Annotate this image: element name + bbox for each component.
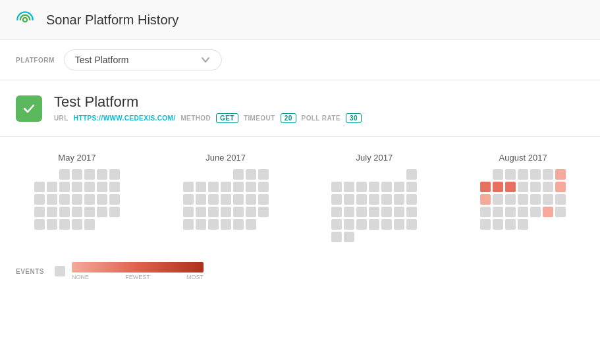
calendar-day-cell <box>530 182 541 192</box>
method-badge: GET <box>216 113 238 123</box>
calendar-day-cell <box>543 194 553 205</box>
calendar-day-cell <box>543 169 553 180</box>
calendar-day-cell <box>356 169 367 180</box>
calendar-day-cell <box>493 169 503 180</box>
calendar-day-cell <box>530 194 541 205</box>
calendar-day-cell <box>208 207 219 217</box>
calendar-day-cell <box>97 182 107 192</box>
calendar-day-cell <box>34 182 45 192</box>
calendar-day-cell <box>394 169 404 180</box>
calendar-day-cell <box>246 219 256 230</box>
calendar-day-cell <box>59 194 70 205</box>
platform-info-section: Test Platform URL HTTPS://WWW.CEDEXIS.CO… <box>0 80 600 137</box>
app-header: Sonar Platform History <box>0 0 600 40</box>
legend-section: EVENTS NONE FEWEST MOST <box>0 255 600 296</box>
calendar-day-cell <box>208 219 219 230</box>
calendar-day-cell <box>394 232 404 242</box>
calendar-day-cell <box>480 194 491 205</box>
calendar-day-cell <box>97 207 107 217</box>
calendar-day-cell <box>84 207 95 217</box>
calendar-day-cell <box>493 207 503 217</box>
timeout-badge: 20 <box>281 113 296 123</box>
calendar-day-cell <box>258 169 269 180</box>
platform-details: Test Platform URL HTTPS://WWW.CEDEXIS.CO… <box>54 93 362 123</box>
calendar-day-cell <box>109 219 120 230</box>
calendar-day-cell <box>369 194 379 205</box>
calendar-day-cell <box>356 182 367 192</box>
calendar-day-cell <box>246 207 256 217</box>
calendar-day-cell <box>196 207 206 217</box>
calendar-day-cell <box>109 182 120 192</box>
calendar-day-cell <box>406 182 417 192</box>
calendar-day-cell <box>196 194 206 205</box>
calendar-june-2017: June 2017 <box>165 153 287 242</box>
calendar-day-cell <box>344 232 354 242</box>
calendar-day-cell <box>109 207 120 217</box>
checkmark-icon <box>22 101 36 116</box>
calendar-day-cell <box>505 182 516 192</box>
calendar-day-cell <box>518 182 528 192</box>
calendar-day-cell <box>258 207 269 217</box>
calendar-day-cell <box>233 207 244 217</box>
calendar-day-cell <box>34 169 45 180</box>
calendar-month-label: May 2017 <box>16 153 138 163</box>
calendar-day-cell <box>72 194 82 205</box>
calendar-day-cell <box>493 182 503 192</box>
calendar-day-cell <box>221 169 231 180</box>
calendar-day-cell <box>555 169 566 180</box>
calendar-day-cell <box>518 219 528 230</box>
calendar-day-cell <box>331 182 342 192</box>
calendar-day-cell <box>196 182 206 192</box>
calendar-day-cell <box>47 207 57 217</box>
calendar-day-cell <box>97 169 107 180</box>
calendar-day-cell <box>406 207 417 217</box>
calendar-day-cell <box>183 182 194 192</box>
calendar-day-cell <box>59 207 70 217</box>
calendar-day-cell <box>84 182 95 192</box>
calendar-day-cell <box>381 194 392 205</box>
sonar-logo-icon <box>13 8 37 32</box>
calendar-day-cell <box>47 219 57 230</box>
legend-gradient-bar <box>72 262 204 273</box>
calendar-day-cell <box>258 219 269 230</box>
calendar-day-cell <box>233 169 244 180</box>
platform-url[interactable]: HTTPS://WWW.CEDEXIS.COM/ <box>74 115 176 122</box>
calendar-day-cell <box>356 232 367 242</box>
calendar-grid <box>165 169 287 230</box>
calendar-day-cell <box>369 207 379 217</box>
calendar-grid <box>314 169 436 242</box>
calendar-day-cell <box>505 219 516 230</box>
calendar-day-cell <box>555 194 566 205</box>
calendar-day-cell <box>356 207 367 217</box>
calendar-day-cell <box>208 169 219 180</box>
platform-dropdown[interactable]: Test Platform <box>64 49 222 70</box>
calendar-day-cell <box>369 232 379 242</box>
calendar-day-cell <box>183 219 194 230</box>
calendar-day-cell <box>505 194 516 205</box>
calendar-grid <box>16 169 138 230</box>
legend-gradient-stack: NONE FEWEST MOST <box>72 262 204 280</box>
platform-select-text: Test Platform <box>75 55 129 65</box>
calendar-day-cell <box>543 207 553 217</box>
calendar-day-cell <box>47 169 57 180</box>
calendar-day-cell <box>394 207 404 217</box>
calendar-day-cell <box>84 169 95 180</box>
legend-gradient-row <box>72 262 204 273</box>
platform-label: PLATFORM <box>16 57 55 64</box>
calendar-day-cell <box>246 169 256 180</box>
calendar-month-label: August 2017 <box>462 153 584 163</box>
calendar-day-cell <box>59 219 70 230</box>
calendars-grid: May 2017June 2017July 2017August 2017 <box>16 153 584 242</box>
calendar-day-cell <box>555 182 566 192</box>
calendar-day-cell <box>233 219 244 230</box>
calendar-day-cell <box>369 219 379 230</box>
calendar-day-cell <box>331 207 342 217</box>
poll-rate-key: POLL RATE <box>302 115 341 122</box>
calendar-day-cell <box>246 194 256 205</box>
calendar-day-cell <box>356 194 367 205</box>
calendar-day-cell <box>530 169 541 180</box>
calendar-day-cell <box>555 207 566 217</box>
calendar-day-cell <box>196 219 206 230</box>
calendar-day-cell <box>518 194 528 205</box>
calendar-day-cell <box>344 219 354 230</box>
